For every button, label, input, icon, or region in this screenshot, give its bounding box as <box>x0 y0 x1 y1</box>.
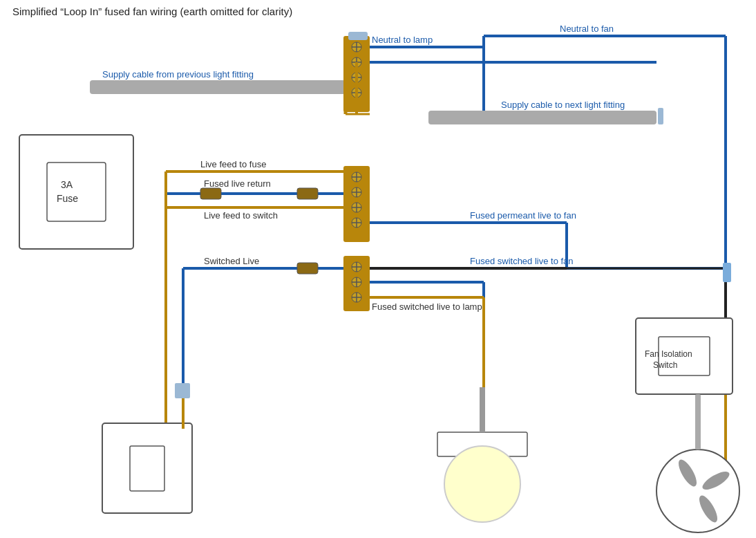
switch-connector-gray <box>175 383 190 398</box>
label-fused-live-return: Fused live return <box>204 178 271 189</box>
fuse-indicator-3 <box>297 263 318 274</box>
label-fuse-3a: 3A <box>61 179 73 190</box>
switch-rocker <box>130 446 164 491</box>
label-fuse-word: Fuse <box>57 193 78 204</box>
connector-right-mid <box>658 108 663 124</box>
label-fan-isolation-1: Fan Isolation <box>645 349 692 359</box>
lamp-bulb <box>444 446 520 522</box>
supply-cable-prev <box>90 80 346 94</box>
fuse-indicator-1 <box>200 188 221 199</box>
connector-top <box>348 32 368 40</box>
connector-blue-right <box>723 263 731 282</box>
fan-body <box>656 449 739 532</box>
label-fan-isolation-2: Switch <box>653 360 677 370</box>
label-live-feed-switch: Live feed to switch <box>204 210 278 221</box>
label-switched-live: Switched Live <box>204 256 259 266</box>
label-neutral-fan: Neutral to fan <box>560 24 614 34</box>
label-fused-switched-lamp: Fused switched live to lamp <box>372 302 482 312</box>
label-fused-perm-live: Fused permeant live to fan <box>470 210 576 221</box>
label-live-feed-fuse: Live feed to fuse <box>200 159 266 169</box>
wiring-diagram: Simplified “Loop In” fused fan wiring (e… <box>0 0 756 538</box>
fan-stem-gray <box>695 394 701 449</box>
svg-canvas: Simplified “Loop In” fused fan wiring (e… <box>0 0 756 538</box>
title-text: Simplified “Loop In” fused fan wiring (e… <box>12 6 292 17</box>
label-supply-prev: Supply cable from previous light fitting <box>102 69 254 80</box>
fuse-inner-box <box>47 163 106 221</box>
supply-cable-next <box>428 111 656 124</box>
label-supply-next: Supply cable to next light fitting <box>501 100 625 110</box>
fuse-indicator-2 <box>297 188 318 199</box>
label-neutral-lamp: Neutral to lamp <box>372 35 433 45</box>
label-fused-switched-fan: Fused switched live to fan <box>470 256 574 266</box>
